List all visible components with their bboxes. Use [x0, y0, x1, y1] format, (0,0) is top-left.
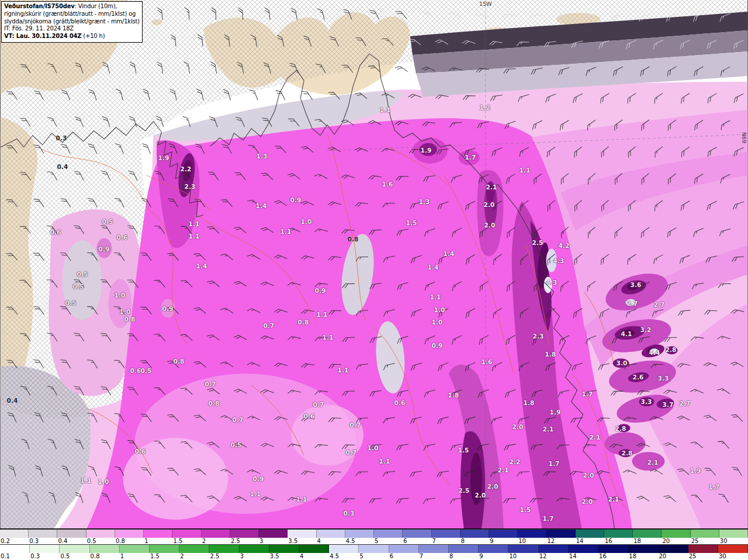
scale-swatch	[658, 545, 688, 553]
scale-tick-label: 0.2	[0, 538, 29, 544]
scale-tick-label: 3	[240, 553, 269, 559]
scale-cell-rain-14: 14	[569, 545, 598, 559]
scale-cell-snow-3.5: 3.5	[288, 530, 316, 544]
scale-cell-snow-25: 25	[691, 530, 719, 544]
scale-swatch	[688, 545, 718, 553]
scale-cell-rain-0.1: 0.1	[0, 545, 30, 559]
scale-cell-snow-7: 7	[432, 530, 460, 544]
scale-tick-label: 4	[317, 538, 345, 544]
scale-swatch	[120, 545, 150, 553]
scale-swatch	[633, 530, 662, 538]
scale-swatch	[432, 530, 460, 538]
scale-tick-label: 7	[432, 538, 460, 544]
scale-cell-snow-30: 30	[719, 530, 748, 544]
scale-tick-label: 8	[460, 538, 489, 544]
scale-swatch	[209, 545, 239, 553]
scale-cell-rain-1: 1	[120, 545, 150, 559]
scale-swatch	[60, 545, 89, 553]
scale-tick-label: 0.1	[0, 553, 30, 559]
scale-swatch	[598, 545, 628, 553]
title-variable: : Vindur (10m),	[75, 3, 117, 9]
scale-swatch	[90, 545, 120, 553]
scale-tick-label: 20	[662, 538, 690, 544]
title-box: Veðurstofan/IS750dev: Vindur (10m), rign…	[1, 1, 143, 43]
scale-cell-rain-30: 30	[718, 545, 748, 559]
scale-swatch	[230, 530, 259, 538]
scale-tick-label: 14	[569, 553, 598, 559]
scale-tick-label: 9	[489, 538, 518, 544]
scale-cell-rain-9: 9	[479, 545, 508, 559]
scale-swatch	[691, 530, 719, 538]
scale-swatch	[604, 530, 633, 538]
scale-swatch	[30, 545, 60, 553]
scale-tick-label: 18	[633, 538, 662, 544]
scale-cell-rain-0.5: 0.5	[60, 545, 89, 559]
scale-cell-rain-3.5: 3.5	[269, 545, 299, 559]
scale-tick-label: 0.8	[90, 553, 120, 559]
scale-swatch	[403, 530, 431, 538]
scale-tick-label: 0.8	[115, 538, 144, 544]
scale-swatch	[460, 530, 489, 538]
scale-tick-label: 1.5	[150, 553, 179, 559]
valid-time: VT: Lau. 30.11.2024 04Z	[4, 33, 81, 39]
scale-cell-rain-10: 10	[508, 545, 538, 559]
scale-cell-rain-8: 8	[449, 545, 479, 559]
scale-swatch	[518, 530, 546, 538]
weather-map-page: { "header": { "line1_bold": "Veðurstofan…	[0, 0, 748, 560]
scale-cell-rain-1.5: 1.5	[150, 545, 179, 559]
scale-tick-label: 25	[691, 538, 719, 544]
scale-cell-snow-14: 14	[576, 530, 604, 544]
scale-tick-label: 4.5	[329, 553, 359, 559]
scale-cell-snow-0.2: 0.2	[0, 530, 29, 544]
scale-tick-label: 0.5	[60, 553, 89, 559]
scale-swatch	[288, 530, 316, 538]
scale-tick-label: 5	[374, 538, 403, 544]
scale-tick-label: 14	[576, 538, 604, 544]
scale-cell-snow-0.8: 0.8	[115, 530, 144, 544]
rain-scalebar: 0.10.30.50.811.522.533.544.5567891012141…	[0, 544, 748, 559]
scale-cell-snow-1.5: 1.5	[172, 530, 201, 544]
scale-cell-rain-5: 5	[359, 545, 389, 559]
scale-swatch	[259, 530, 288, 538]
scale-cell-snow-0.5: 0.5	[86, 530, 115, 544]
lead-time: (+10 h)	[81, 33, 105, 39]
scale-swatch	[539, 545, 569, 553]
scale-swatch	[179, 545, 209, 553]
scale-tick-label: 3	[259, 538, 288, 544]
scale-swatch	[115, 530, 144, 538]
scale-tick-label: 16	[604, 538, 633, 544]
scale-cell-snow-1: 1	[144, 530, 172, 544]
scale-swatch	[546, 530, 575, 538]
scale-tick-label: 18	[628, 553, 658, 559]
scale-tick-label: 10	[518, 538, 546, 544]
scale-swatch	[508, 545, 538, 553]
meridian-label: 15W	[479, 1, 491, 7]
scale-swatch	[317, 530, 345, 538]
scale-cell-snow-5: 5	[374, 530, 403, 544]
scale-tick-label: 6	[389, 553, 419, 559]
scale-cell-rain-20: 20	[658, 545, 688, 559]
scale-swatch	[718, 545, 748, 553]
scale-tick-label: 8	[449, 553, 479, 559]
scale-cell-snow-2.5: 2.5	[230, 530, 259, 544]
scale-cell-snow-4.5: 4.5	[345, 530, 374, 544]
scale-tick-label: 2.5	[209, 553, 239, 559]
scale-cell-rain-7: 7	[419, 545, 449, 559]
scale-cell-snow-20: 20	[662, 530, 690, 544]
scale-tick-label: 1.5	[172, 538, 201, 544]
scale-cell-snow-16: 16	[604, 530, 633, 544]
weather-map	[0, 0, 748, 528]
scale-swatch	[329, 545, 359, 553]
map-area: 0.30.41.92.22.31.11.11.31.40.91.01.11.11…	[0, 0, 748, 529]
scale-swatch	[479, 545, 508, 553]
scale-swatch	[202, 530, 230, 538]
scale-cell-rain-6: 6	[389, 545, 419, 559]
scale-swatch	[150, 545, 179, 553]
scale-swatch	[419, 545, 449, 553]
scale-cell-snow-6: 6	[403, 530, 431, 544]
scale-swatch	[299, 545, 329, 553]
scale-tick-label: 1	[144, 538, 172, 544]
scale-swatch	[345, 530, 374, 538]
color-scales: 0.20.30.40.50.811.522.533.544.5567891012…	[0, 529, 748, 560]
scale-swatch	[628, 545, 658, 553]
